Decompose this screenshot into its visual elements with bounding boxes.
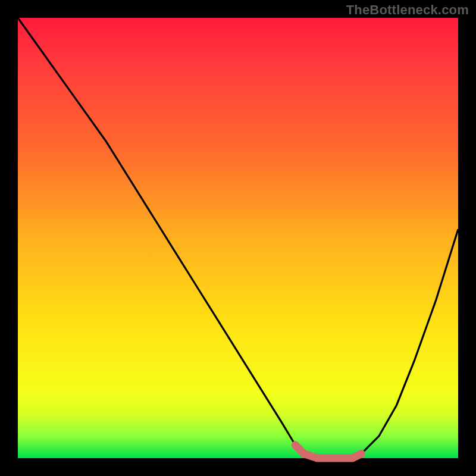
highlight-segment-path <box>295 445 361 458</box>
curve-svg <box>18 18 458 458</box>
watermark-text: TheBottleneck.com <box>346 2 469 18</box>
chart-frame: TheBottleneck.com <box>0 0 476 476</box>
bottleneck-curve-path <box>18 18 458 458</box>
highlight-end-marker <box>358 450 365 458</box>
plot-area <box>18 18 458 458</box>
